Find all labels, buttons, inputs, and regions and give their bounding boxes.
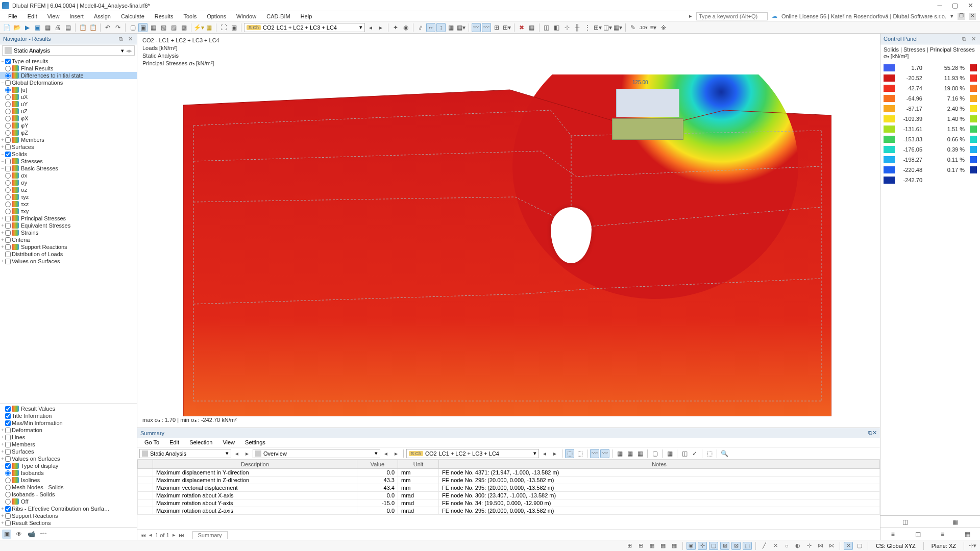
open-button[interactable]: 📂 — [12, 23, 21, 32]
summary-tab[interactable]: Summary — [192, 531, 228, 539]
menu-help[interactable]: Help — [297, 12, 316, 20]
sum-tb10[interactable]: ◫ — [680, 449, 689, 458]
view-btn-1[interactable]: ▢ — [128, 23, 137, 32]
print-button[interactable]: 🖨 — [53, 23, 62, 32]
tb-btn-7[interactable]: ▤ — [63, 23, 72, 32]
tree-node[interactable]: −Solids — [0, 151, 137, 158]
close-button[interactable]: ✕ — [963, 1, 978, 10]
view-btn-2[interactable]: ▣ — [138, 23, 148, 32]
tree-node[interactable]: +Deformation — [0, 427, 137, 434]
tree-node[interactable]: σy — [0, 179, 137, 186]
table-row[interactable]: Maximum displacement in Z-direction43.3m… — [138, 477, 880, 484]
sum-edit[interactable]: Edit — [165, 439, 183, 446]
sum-lc-combo[interactable]: S Ch CO2 LC1 + LC2 + LC3 + LC4▾ — [406, 449, 539, 458]
tb-r1[interactable]: ✦ — [391, 23, 400, 32]
tree-node[interactable]: Isobands - Solids — [0, 491, 137, 498]
first-page-button[interactable]: ⏮ — [140, 532, 146, 538]
sum-tb1[interactable]: ⬚ — [565, 449, 574, 458]
tree-node[interactable]: +Lines — [0, 434, 137, 441]
tree-node[interactable]: Max/Min Information — [0, 419, 137, 427]
tb-btn-c[interactable]: ⛶ — [219, 23, 228, 32]
minimize-button[interactable]: ─ — [932, 1, 947, 10]
plane-label[interactable]: Plane: XZ — [927, 543, 960, 549]
cp-tb1[interactable]: ≡ — [888, 530, 897, 539]
sb6[interactable]: ◉ — [687, 542, 696, 550]
maximize-button[interactable]: ▢ — [947, 1, 963, 10]
sum-prev3[interactable]: ◂ — [540, 449, 549, 458]
tree-node[interactable]: uX — [0, 93, 137, 101]
tree-node[interactable]: σz — [0, 186, 137, 193]
sum-view[interactable]: View — [218, 439, 239, 446]
tree-node[interactable]: uY — [0, 101, 137, 108]
summary-close-button[interactable]: ✕ — [872, 430, 877, 436]
tree-node[interactable]: Final Results — [0, 65, 137, 72]
sb11[interactable]: ⬚ — [743, 542, 752, 550]
tb-r12[interactable]: ✖ — [517, 23, 526, 32]
tb-r17[interactable]: ╫ — [573, 23, 582, 32]
tb-r14[interactable]: ◫ — [542, 23, 551, 32]
sb20[interactable]: ▢ — [855, 542, 864, 550]
loadcase-combo[interactable]: S Ch CO2 LC1 + LC2 + LC3 + LC4 ▾ — [244, 23, 365, 32]
sb19[interactable]: ✕ — [844, 542, 853, 550]
menu-cadbim[interactable]: CAD-BIM — [262, 12, 294, 20]
tree-node[interactable]: φX — [0, 115, 137, 122]
cp-tb2[interactable]: ◫ — [913, 530, 922, 539]
sum-next3[interactable]: ▸ — [550, 449, 559, 458]
sb7[interactable]: ⊹ — [698, 542, 707, 550]
model-canvas[interactable]: CO2 - LC1 + LC2 + LC3 + LC4 Loads [kN/m²… — [137, 34, 880, 428]
summary-pin-button[interactable]: ⧉ — [868, 430, 872, 436]
cpanel-pin-button[interactable]: ⧉ — [961, 35, 968, 42]
tb-r4[interactable]: ↔ — [426, 23, 435, 32]
dropdown-icon[interactable]: ▾ — [950, 13, 953, 19]
tb-r23[interactable]: .10▾ — [639, 23, 648, 32]
analysis-type-combo[interactable]: Static Analysis ▾ ◂ ▸ — [2, 45, 135, 56]
sum-tb6[interactable]: ▦ — [625, 449, 634, 458]
menu-edit[interactable]: Edit — [23, 12, 41, 20]
sb-snap[interactable]: ⊹▾ — [968, 542, 977, 550]
menu-view[interactable]: View — [43, 12, 64, 20]
next-page-button[interactable]: ▸ — [173, 532, 176, 538]
doc-close-button[interactable]: ✕ — [969, 13, 976, 20]
tb-r8[interactable]: 〰 — [472, 23, 481, 32]
tb-r25[interactable]: ※ — [659, 23, 668, 32]
next-lc-button[interactable]: ▸ — [376, 23, 385, 32]
last-page-button[interactable]: ⏭ — [179, 532, 184, 538]
tree-node[interactable]: τyz — [0, 193, 137, 201]
tree-node[interactable]: +Support Reactions — [0, 243, 137, 251]
sum-tb11[interactable]: ✓ — [690, 449, 699, 458]
tb-r16[interactable]: ⊹ — [562, 23, 572, 32]
view-btn-4[interactable]: ▧ — [159, 23, 168, 32]
tree-node[interactable]: +Result Sections — [0, 519, 137, 527]
tb-r7[interactable]: ▦▾ — [457, 23, 466, 32]
tb-r3[interactable]: ⫽ — [416, 23, 425, 32]
sb13[interactable]: ✕ — [771, 542, 780, 550]
tree-node[interactable]: Off — [0, 498, 137, 505]
cp-v2[interactable]: ▦ — [950, 517, 960, 527]
tb-r19[interactable]: ⊞▾ — [593, 23, 602, 32]
redo-button[interactable]: ↷ — [113, 23, 122, 32]
tree-node[interactable]: Mesh Nodes - Solids — [0, 484, 137, 491]
tb-r9[interactable]: 〰 — [482, 23, 491, 32]
sum-tb8[interactable]: ▢ — [650, 449, 659, 458]
tree-node[interactable]: +Values on Surfaces — [0, 258, 137, 265]
summary-table[interactable]: Description Value Unit Notes Maximum dis… — [137, 460, 880, 530]
cp-v1[interactable]: ◫ — [901, 517, 910, 527]
sum-tb7[interactable]: ▦ — [635, 449, 645, 458]
tb-btn-8[interactable]: 📋 — [78, 23, 87, 32]
tree-node[interactable]: +Ribs - Effective Contribution on Surfa… — [0, 505, 137, 512]
sb18[interactable]: ⋉ — [827, 542, 836, 550]
tree-node[interactable]: −Type of results — [0, 58, 137, 65]
panel-pin-button[interactable]: ⧉ — [117, 35, 125, 42]
tree-node[interactable]: τxz — [0, 201, 137, 208]
table-row[interactable]: Maximum vectorial displacement43.4mmFE n… — [138, 484, 880, 492]
tree-node[interactable]: Differences to initial state — [0, 72, 137, 79]
tb-btn-5[interactable]: ▦ — [43, 23, 52, 32]
sum-tb5[interactable]: ▦ — [615, 449, 624, 458]
sb2[interactable]: ⊞ — [636, 542, 645, 550]
sb9[interactable]: ⊠ — [720, 542, 729, 550]
sum-next2[interactable]: ▸ — [391, 449, 401, 458]
tree-node[interactable]: |u| — [0, 86, 137, 93]
display-tree[interactable]: Result ValuesTitle InformationMax/Min In… — [0, 404, 137, 528]
tb-btn-9[interactable]: 📋 — [88, 23, 97, 32]
view-btn-6[interactable]: ▩ — [179, 23, 188, 32]
